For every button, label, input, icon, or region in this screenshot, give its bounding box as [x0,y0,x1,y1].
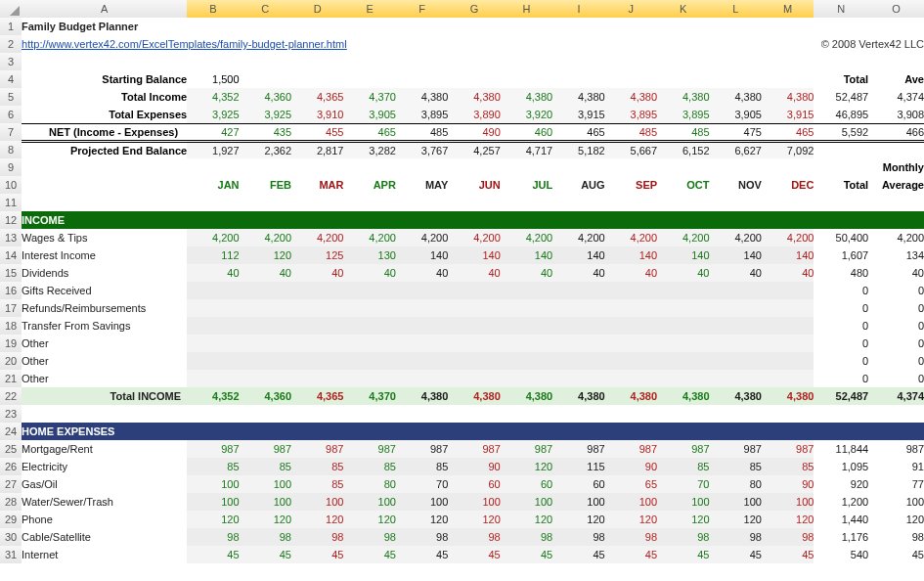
projected-cell[interactable]: 6,152 [657,141,709,158]
row-header-10[interactable]: 10 [0,176,22,194]
home-cell[interactable]: 98 [710,528,762,546]
net-cell[interactable]: 485 [605,123,657,141]
summary-cell[interactable]: 3,905 [710,106,762,123]
home-cell[interactable]: 120 [605,511,657,528]
income-cell[interactable] [187,335,239,352]
summary-cell[interactable]: 4,380 [552,88,604,106]
income-cell[interactable]: 4,200 [448,229,500,246]
home-row-label[interactable]: Gas/Oil [22,475,187,493]
income-cell[interactable] [240,352,291,370]
income-cell[interactable] [501,370,552,387]
summary-cell[interactable]: 3,925 [187,106,239,123]
summary-cell[interactable]: 4,380 [762,88,814,106]
col-header-D[interactable]: D [291,0,343,18]
home-cell[interactable]: 85 [240,458,291,475]
income-cell[interactable]: 40 [187,264,239,282]
home-cell[interactable]: 100 [552,493,604,511]
home-cell[interactable]: 987 [291,440,343,458]
row-header-3[interactable]: 3 [0,53,22,70]
home-cell[interactable]: 45 [240,546,291,563]
home-cell[interactable]: 987 [552,440,604,458]
projected-cell[interactable]: 2,817 [291,141,343,158]
home-cell[interactable]: 120 [710,511,762,528]
row-header-15[interactable]: 15 [0,264,22,282]
summary-cell[interactable]: 4,380 [710,88,762,106]
summary-cell[interactable]: 4,352 [187,88,239,106]
home-cell[interactable]: 100 [657,493,709,511]
row-header-12[interactable]: 12 [0,211,22,229]
row-header-2[interactable]: 2 [0,35,22,53]
home-cell[interactable]: 60 [448,475,500,493]
row-header-21[interactable]: 21 [0,370,22,387]
net-cell[interactable]: 485 [657,123,709,141]
income-cell[interactable] [187,352,239,370]
net-cell[interactable]: 465 [343,123,395,141]
home-cell[interactable]: 98 [448,528,500,546]
income-cell[interactable] [343,370,395,387]
summary-cell[interactable]: 4,360 [240,88,291,106]
income-cell[interactable] [552,317,604,335]
home-cell[interactable]: 80 [710,475,762,493]
summary-cell[interactable]: 3,910 [291,106,343,123]
income-cell[interactable] [291,282,343,299]
home-cell[interactable]: 120 [501,511,552,528]
home-cell[interactable]: 60 [552,475,604,493]
row-header-23[interactable]: 23 [0,405,22,423]
home-cell[interactable]: 100 [187,475,239,493]
income-cell[interactable]: 40 [448,264,500,282]
home-cell[interactable]: 85 [187,458,239,475]
income-cell[interactable] [657,335,709,352]
summary-cell[interactable]: 3,905 [343,106,395,123]
income-cell[interactable]: 40 [657,264,709,282]
home-cell[interactable]: 987 [396,440,448,458]
income-cell[interactable] [605,282,657,299]
net-cell[interactable]: 490 [448,123,500,141]
home-cell[interactable]: 100 [448,493,500,511]
home-cell[interactable]: 120 [291,511,343,528]
projected-cell[interactable]: 2,362 [240,141,291,158]
income-cell[interactable] [343,335,395,352]
income-cell[interactable] [343,299,395,317]
home-cell[interactable]: 100 [240,475,291,493]
col-header-O[interactable]: O [868,0,924,18]
income-cell[interactable]: 40 [605,264,657,282]
summary-cell[interactable]: 3,915 [762,106,814,123]
home-cell[interactable]: 98 [501,528,552,546]
income-cell[interactable]: 4,200 [396,229,448,246]
income-cell[interactable]: 40 [762,264,814,282]
income-cell[interactable] [187,317,239,335]
income-row-label[interactable]: Other [22,370,187,387]
home-cell[interactable]: 115 [552,458,604,475]
income-cell[interactable]: 4,200 [187,229,239,246]
row-header-27[interactable]: 27 [0,475,22,493]
income-cell[interactable]: 4,200 [605,229,657,246]
home-cell[interactable]: 100 [240,493,291,511]
row-header-8[interactable]: 8 [0,141,22,158]
projected-cell[interactable]: 4,717 [501,141,552,158]
home-cell[interactable]: 100 [762,493,814,511]
row-header-22[interactable]: 22 [0,387,22,405]
home-cell[interactable]: 85 [710,458,762,475]
income-cell[interactable] [657,299,709,317]
net-cell[interactable]: 427 [187,123,239,141]
income-cell[interactable] [343,352,395,370]
income-cell[interactable]: 4,200 [762,229,814,246]
income-cell[interactable] [396,282,448,299]
summary-cell[interactable]: 3,895 [605,106,657,123]
home-cell[interactable]: 100 [187,493,239,511]
home-cell[interactable]: 85 [762,458,814,475]
home-cell[interactable]: 987 [240,440,291,458]
col-header-I[interactable]: I [552,0,604,18]
home-cell[interactable]: 120 [552,511,604,528]
home-cell[interactable]: 100 [396,493,448,511]
home-cell[interactable]: 85 [291,475,343,493]
income-cell[interactable] [552,282,604,299]
summary-cell[interactable]: 3,895 [657,106,709,123]
home-cell[interactable]: 100 [343,493,395,511]
income-cell[interactable] [657,370,709,387]
home-cell[interactable]: 45 [710,546,762,563]
link-anchor[interactable]: http://www.vertex42.com/ExcelTemplates/f… [22,38,347,50]
home-cell[interactable]: 98 [552,528,604,546]
row-header-1[interactable]: 1 [0,18,22,35]
home-cell[interactable]: 98 [291,528,343,546]
